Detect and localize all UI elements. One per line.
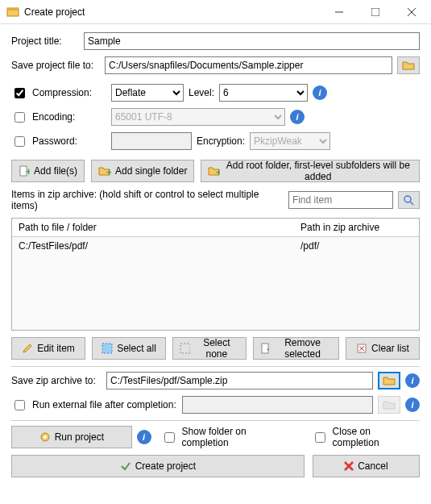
show-folder-checkbox[interactable] xyxy=(164,432,175,443)
items-label: Items in zip archive: (hold shift or con… xyxy=(11,189,279,211)
run-project-button[interactable]: Run project xyxy=(11,426,132,448)
remove-selected-button[interactable]: − Remove selected xyxy=(253,337,339,360)
select-all-icon xyxy=(102,343,113,354)
remove-icon: − xyxy=(260,343,269,354)
browse-project-button[interactable] xyxy=(397,56,420,74)
col-path: Path to file / folder xyxy=(19,222,300,233)
svg-text:−: − xyxy=(267,344,269,354)
browse-zip-button[interactable] xyxy=(378,372,400,389)
folder-open-icon xyxy=(383,375,396,386)
project-title-label: Project title: xyxy=(11,35,79,47)
gear-icon xyxy=(39,431,51,443)
encryption-label: Encryption: xyxy=(197,135,245,147)
table-row[interactable]: C:/TestFiles/pdf/ /pdf/ xyxy=(12,237,419,255)
svg-line-11 xyxy=(410,202,413,205)
password-label: Password: xyxy=(32,135,106,147)
show-folder-label: Show folder on completion xyxy=(182,426,296,448)
run-external-input xyxy=(182,396,373,414)
svg-rect-13 xyxy=(180,344,189,353)
info-icon[interactable]: i xyxy=(137,430,151,444)
run-external-checkbox[interactable] xyxy=(15,400,25,410)
add-single-folder-button[interactable]: + Add single folder xyxy=(91,160,194,182)
svg-point-20 xyxy=(44,435,47,439)
compression-label: Compression: xyxy=(32,87,106,98)
add-files-button[interactable]: + Add file(s) xyxy=(11,160,85,182)
app-icon xyxy=(6,6,19,19)
encryption-select: PkzipWeak xyxy=(250,132,330,150)
info-icon[interactable]: i xyxy=(313,85,327,100)
svg-text:+: + xyxy=(106,167,111,177)
compression-method-select[interactable]: Deflate xyxy=(111,84,184,102)
svg-rect-1 xyxy=(7,8,19,10)
check-icon xyxy=(120,460,131,472)
clear-icon xyxy=(356,343,367,354)
select-none-icon xyxy=(180,343,189,354)
encoding-label: Encoding: xyxy=(32,111,106,123)
level-label: Level: xyxy=(189,87,214,98)
info-icon[interactable]: i xyxy=(290,110,305,124)
edit-item-button[interactable]: Edit item xyxy=(11,337,85,360)
clear-list-button[interactable]: Clear list xyxy=(346,337,420,360)
browse-external-button xyxy=(378,396,400,414)
cancel-button[interactable]: Cancel xyxy=(313,455,420,477)
encoding-checkbox[interactable] xyxy=(15,112,25,123)
run-external-label: Run external file after completion: xyxy=(32,399,177,410)
titlebar: Create project xyxy=(0,0,431,24)
close-button[interactable] xyxy=(393,1,429,23)
select-all-button[interactable]: Select all xyxy=(92,337,166,360)
maximize-button[interactable] xyxy=(357,1,393,23)
password-input xyxy=(111,132,192,150)
x-icon xyxy=(344,461,354,471)
save-zip-input[interactable] xyxy=(106,372,373,389)
col-zip: Path in zip archive xyxy=(300,222,412,233)
compression-checkbox[interactable] xyxy=(15,88,25,98)
add-files-icon: + xyxy=(19,165,30,177)
password-checkbox[interactable] xyxy=(15,136,25,147)
save-project-label: Save project file to: xyxy=(11,60,100,71)
minimize-button[interactable] xyxy=(321,1,357,23)
save-project-input[interactable] xyxy=(105,56,392,74)
find-item-input[interactable] xyxy=(288,191,393,209)
svg-point-10 xyxy=(404,196,411,202)
folder-add-icon: + xyxy=(98,165,111,177)
compression-level-select[interactable]: 6 xyxy=(219,84,308,102)
svg-rect-12 xyxy=(102,344,112,353)
svg-text:+: + xyxy=(216,167,219,177)
window-title: Create project xyxy=(24,6,321,18)
folder-open-icon xyxy=(402,60,415,71)
close-on-label: Close on completion xyxy=(333,426,420,448)
save-zip-label: Save zip archive to: xyxy=(11,375,102,386)
select-none-button[interactable]: Select none xyxy=(172,337,247,360)
create-project-button[interactable]: Create project xyxy=(11,455,305,477)
folder-tree-icon: + xyxy=(208,165,219,177)
close-on-checkbox[interactable] xyxy=(315,432,325,443)
search-button[interactable] xyxy=(398,191,420,209)
add-root-folder-button[interactable]: + Add root folder, first-level subfolder… xyxy=(201,160,420,182)
encoding-select: 65001 UTF-8 xyxy=(111,108,285,126)
info-icon[interactable]: i xyxy=(405,398,420,412)
svg-text:+: + xyxy=(26,166,30,177)
info-icon[interactable]: i xyxy=(405,373,420,388)
folder-open-icon xyxy=(383,399,396,410)
pencil-icon xyxy=(22,343,33,354)
search-icon xyxy=(403,194,414,206)
svg-rect-3 xyxy=(371,8,379,16)
items-table: Path to file / folder Path in zip archiv… xyxy=(11,218,420,331)
project-title-input[interactable] xyxy=(84,32,420,50)
